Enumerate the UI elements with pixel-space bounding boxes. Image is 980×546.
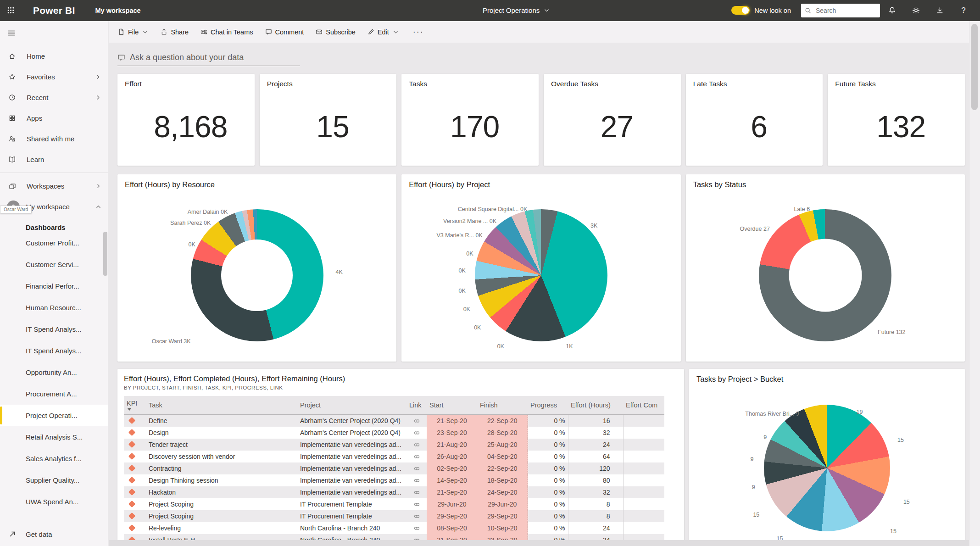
kpi-card-future-tasks[interactable]: Future Tasks132 xyxy=(828,74,965,166)
table-column-header[interactable]: Start xyxy=(427,396,477,415)
chart-card-1[interactable]: Effort (Hours) by ProjectCentral Square … xyxy=(401,174,680,362)
toolbar-button-subscribe[interactable]: Subscribe xyxy=(316,28,355,36)
ask-question-input[interactable]: Ask a question about your data xyxy=(117,53,300,66)
search-box[interactable] xyxy=(801,4,880,17)
download-icon[interactable] xyxy=(928,0,952,21)
page-scrollbar[interactable] xyxy=(969,21,980,546)
toolbar-button-label: Edit xyxy=(378,28,389,36)
sidebar-dashboard-item[interactable]: Financial Perfor... xyxy=(0,275,108,297)
sidebar-dashboard-item[interactable]: IT Spend Analys... xyxy=(0,340,108,362)
sidebar-item-learn[interactable]: Learn xyxy=(0,149,108,170)
project-cell: Implementatie van veredelings ad... xyxy=(297,462,406,474)
sidebar-dashboard-item[interactable]: Opportunity An... xyxy=(0,362,108,383)
toolbar-button-share[interactable]: Share xyxy=(161,28,189,36)
get-data-icon xyxy=(9,530,20,538)
table-column-header[interactable]: Effort Com xyxy=(623,396,664,415)
sidebar-dashboard-item[interactable]: Sales Analytics f... xyxy=(0,448,108,469)
link-icon[interactable] xyxy=(413,429,420,436)
dashboard-item-label: Opportunity An... xyxy=(26,368,77,376)
kpi-cell xyxy=(124,486,146,498)
dashboard-item-label: IT Spend Analys... xyxy=(26,325,81,333)
dashboard-selector[interactable]: Project Operations xyxy=(483,6,550,14)
settings-gear-icon[interactable] xyxy=(904,0,928,21)
sidebar-dashboard-item[interactable]: Project Operati... xyxy=(0,405,108,426)
sidebar-scrollbar-thumb[interactable] xyxy=(103,232,107,276)
toolbar-button-chat-in-teams[interactable]: Chat in Teams xyxy=(200,28,253,36)
start-date-cell: 21-Sep-20 xyxy=(427,415,477,427)
pie-chart[interactable]: 19151515SCM Request for Net... 151515999… xyxy=(754,395,901,540)
sidebar-dashboard-item[interactable]: UWA Spend An... xyxy=(0,491,108,513)
sidebar-dashboard-item[interactable]: Customer Servi... xyxy=(0,254,108,275)
workspace-breadcrumb[interactable]: My workspace xyxy=(95,7,140,14)
tasks-by-bucket-card[interactable]: Tasks by Project > Bucket19151515SCM Req… xyxy=(689,369,965,540)
link-icon[interactable] xyxy=(413,418,420,424)
link-cell xyxy=(406,534,427,540)
table-column-header[interactable]: Finish xyxy=(477,396,528,415)
start-date-cell: 21-Aug-20 xyxy=(427,439,477,451)
effort-hours-cell: 120 xyxy=(568,462,623,474)
pie-data-label: Sarah Perez 0K xyxy=(170,220,211,226)
get-data-button[interactable]: Get data xyxy=(0,525,108,543)
kpi-card-projects[interactable]: Projects15 xyxy=(260,74,397,166)
sidebar-item-label: Apps xyxy=(27,114,42,122)
project-cell: North Carolina - Branch 240 xyxy=(297,534,406,540)
table-row: DefineAbrham's Center Project (2020 Q4)2… xyxy=(124,415,664,427)
donut-chart[interactable]: Future 132Overdue 27Late 6 xyxy=(748,198,902,352)
toolbar-button-file[interactable]: File xyxy=(118,28,149,36)
table-column-header[interactable]: Progress xyxy=(528,396,568,415)
effort-completed-cell xyxy=(623,415,664,427)
start-date-cell: 21-Sep-20 xyxy=(427,534,477,540)
dashboard-item-label: IT Spend Analys... xyxy=(26,347,81,355)
sidebar-item-workspaces[interactable]: Workspaces xyxy=(0,176,108,196)
sidebar-item-favorites[interactable]: Favorites xyxy=(0,67,108,87)
sidebar-item-apps[interactable]: Apps xyxy=(0,108,108,128)
link-icon[interactable] xyxy=(413,465,420,472)
table-column-header[interactable]: Link xyxy=(406,396,427,415)
help-icon[interactable]: ? xyxy=(952,0,975,21)
kpi-status-diamond-icon xyxy=(128,465,136,472)
kpi-card-overdue-tasks[interactable]: Overdue Tasks27 xyxy=(544,74,681,166)
sidebar-dashboard-item[interactable]: Retail Analysis S... xyxy=(0,426,108,448)
sidebar-dashboard-item[interactable]: Customer Profit... xyxy=(0,232,108,254)
table-column-header[interactable]: Project xyxy=(297,396,406,415)
toolbar-button-comment[interactable]: Comment xyxy=(265,28,304,36)
link-cell xyxy=(406,474,427,486)
sidebar-dashboard-item[interactable]: IT Spend Analys... xyxy=(0,318,108,340)
pie-slices xyxy=(764,405,890,531)
toolbar-button-edit[interactable]: Edit xyxy=(368,28,399,36)
sidebar-item-recent[interactable]: Recent xyxy=(0,87,108,108)
link-icon[interactable] xyxy=(413,525,420,532)
new-look-toggle[interactable] xyxy=(731,6,750,15)
column-header-label: KPI xyxy=(127,400,143,407)
sidebar-dashboard-item[interactable]: Supplier Quality... xyxy=(0,469,108,491)
more-options-button[interactable]: ··· xyxy=(413,27,424,37)
notifications-bell-icon[interactable] xyxy=(880,0,904,21)
table-column-header[interactable]: Task xyxy=(146,396,297,415)
sidebar-dashboard-item[interactable]: Human Resourc... xyxy=(0,297,108,318)
sidebar-item-home[interactable]: Home xyxy=(0,46,108,67)
table-column-header[interactable]: Effort (Hours) xyxy=(568,396,623,415)
link-icon[interactable] xyxy=(413,513,420,520)
link-icon[interactable] xyxy=(413,453,420,460)
kpi-card-tasks[interactable]: Tasks170 xyxy=(401,74,539,166)
link-icon[interactable] xyxy=(413,489,420,496)
page-scrollbar-thumb[interactable] xyxy=(971,24,978,110)
pie-chart[interactable]: Central Square Digital... 0K3K1K0K0K0K0K… xyxy=(464,198,618,352)
chart-card-2[interactable]: Tasks by StatusFuture 132Overdue 27Late … xyxy=(686,174,965,362)
link-icon[interactable] xyxy=(413,501,420,508)
link-icon[interactable] xyxy=(413,441,420,448)
sidebar-dashboard-item[interactable]: Procurement A... xyxy=(0,383,108,405)
table-column-header[interactable]: KPI xyxy=(124,396,146,415)
chart-card-0[interactable]: Effort (Hours) by Resource4KOscar Ward 3… xyxy=(117,174,396,362)
comment-icon xyxy=(265,28,272,35)
app-launcher-icon[interactable] xyxy=(0,0,21,21)
sidebar-item-shared-with-me[interactable]: Shared with me xyxy=(0,128,108,149)
home-icon xyxy=(9,53,20,60)
kpi-card-late-tasks[interactable]: Late Tasks6 xyxy=(686,74,823,166)
finish-date-cell: 28-Sep-20 xyxy=(477,427,528,439)
donut-chart[interactable]: 4KOscar Ward 3K0KSarah Perez 0KAmer Dala… xyxy=(180,198,334,352)
link-icon[interactable] xyxy=(413,477,420,484)
kpi-card-effort[interactable]: Effort8,168 xyxy=(117,74,255,166)
hamburger-menu-icon[interactable] xyxy=(1,23,22,43)
search-input[interactable] xyxy=(815,6,867,15)
